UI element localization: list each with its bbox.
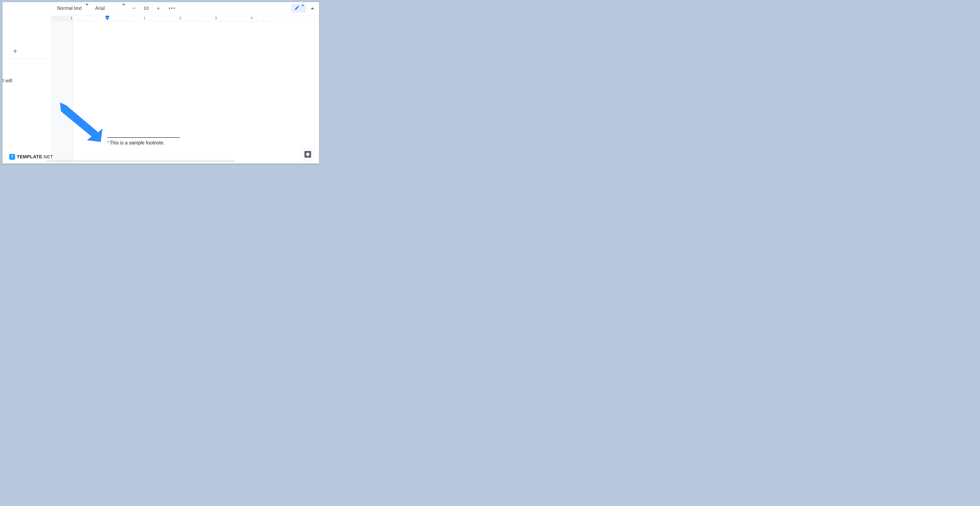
toolbar: Normal text Arial − ＋ [51, 2, 319, 14]
font-size-group: − ＋ [130, 4, 162, 13]
outline-fragment-text: t will [3, 78, 13, 84]
first-line-indent-icon [105, 16, 109, 18]
horizontal-ruler[interactable]: 1 1 2 3 4 [51, 16, 319, 21]
footnote-separator [107, 137, 180, 138]
ruler-number: 1 [143, 16, 145, 20]
add-outline-button[interactable]: ＋ [11, 46, 20, 56]
ruler-number: 3 [215, 16, 217, 20]
footnote-body: This is a sample footnote. [110, 140, 165, 145]
outline-divider [3, 58, 51, 59]
font-family-dropdown[interactable]: Arial [92, 4, 129, 13]
ruler-number: 4 [251, 16, 253, 20]
chevron-down-icon [86, 5, 88, 11]
font-size-input[interactable] [140, 4, 153, 13]
sparkle-icon [304, 151, 311, 158]
paragraph-style-dropdown[interactable]: Normal text [55, 4, 92, 13]
document-page[interactable]: 1This is a sample footnote. [73, 21, 319, 164]
toolbar-right [291, 4, 316, 13]
left-indent-icon [105, 18, 109, 20]
increase-font-size-button[interactable]: ＋ [154, 5, 162, 12]
paragraph-style-label: Normal text [57, 5, 82, 11]
dot-icon [171, 8, 172, 9]
more-toolbar-button[interactable] [167, 6, 177, 11]
pencil-icon [294, 5, 300, 11]
footnote-text[interactable]: 1This is a sample footnote. [107, 140, 165, 146]
outline-sidebar: ＋ t will [3, 2, 51, 164]
ruler-number: 2 [179, 16, 181, 20]
horizontal-scrollbar[interactable] [47, 160, 235, 162]
font-family-label: Arial [95, 5, 105, 11]
decrease-font-size-button[interactable]: − [130, 5, 138, 12]
footnote-ref-number: 1 [107, 140, 109, 143]
chevron-down-icon [301, 6, 304, 10]
hide-menus-button[interactable] [309, 5, 316, 12]
explore-button[interactable] [302, 148, 313, 160]
chevron-up-icon [311, 7, 314, 9]
dot-icon [169, 8, 170, 9]
watermark-badge-icon: T [9, 154, 15, 160]
app-window: ＋ t will Normal text Arial − ＋ [3, 2, 319, 164]
watermark-bold: TEMPLATE [17, 154, 42, 159]
dot-icon [173, 8, 175, 9]
ruler-page-region [73, 16, 319, 21]
watermark-thin: .NET [42, 154, 53, 159]
ruler-number: 1 [70, 16, 72, 20]
editing-mode-dropdown[interactable] [291, 4, 306, 13]
document-canvas[interactable]: 1This is a sample footnote. [51, 21, 319, 164]
watermark: T TEMPLATE.NET [9, 154, 53, 160]
chevron-down-icon [122, 5, 125, 11]
indent-marker[interactable] [105, 16, 109, 20]
ruler-scale: 1 1 2 3 4 [51, 16, 319, 21]
watermark-text: TEMPLATE.NET [17, 154, 53, 159]
